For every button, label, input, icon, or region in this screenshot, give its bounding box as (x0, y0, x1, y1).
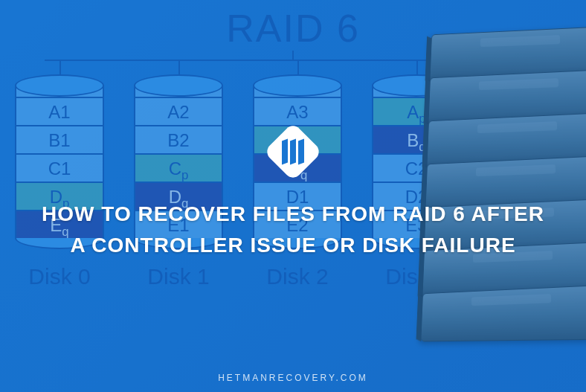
main-container: RAID 6 A1B1C1DpEqDisk 0A2B2CpDqE1Disk 1A… (0, 0, 586, 392)
hetman-logo-icon (263, 122, 322, 181)
website-footer: HETMANRECOVERY.COM (218, 373, 368, 383)
article-title: HOW TO RECOVER FILES FROM RAID 6 AFTER A… (12, 199, 574, 261)
text-overlay: HOW TO RECOVER FILES FROM RAID 6 AFTER A… (0, 0, 586, 392)
